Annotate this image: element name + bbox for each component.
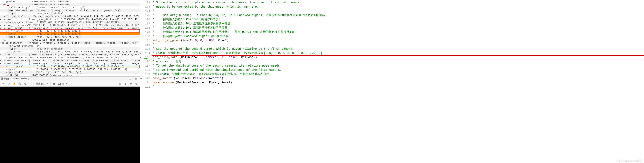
tree-row[interactable]: ▸'init_pose'[0.16374, -0.00249094, 0.024… — [0, 65, 140, 68]
zoom-level[interactable]: 100 % — [57, 83, 65, 85]
hand-icon[interactable]: ✋ — [12, 82, 17, 86]
tree-row[interactable]: ▸'init_params'['area_scan_division', 0.0… — [0, 50, 140, 53]
expand-icon[interactable]: ▸ — [0, 62, 2, 65]
tree-row[interactable]: ▸'init_params'['area_scan_division', 0.0… — [0, 15, 140, 18]
tree-value: ['transx', 'transy', 'transz', 'alpha', … — [27, 42, 140, 44]
tree-row[interactable]: 'calib_settings'['focus', 'kappa', 'sx',… — [0, 6, 140, 9]
expand-icon[interactable]: ▸ — [6, 56, 8, 59]
tree-row[interactable]: ▸'params_covariances'[1.09918e-11, -1.04… — [0, 24, 140, 27]
line-number: 181 — [143, 39, 152, 42]
code-line[interactable]: 174* — [140, 9, 644, 13]
expand-icon[interactable]: ▸ — [4, 15, 5, 18]
expand-icon[interactable]: ▸ — [0, 27, 2, 30]
expand-icon[interactable]: ▾ — [2, 74, 4, 77]
pen-icon[interactable]: ✎ — [1, 82, 6, 86]
tree-row[interactable]: 'excluded_settings'['transx', 'transy', … — [0, 9, 140, 12]
tree-row[interactable]: ▸'params_labels'['camera_type', 'focus',… — [0, 62, 140, 65]
code-line[interactable]: 178* 控制输入参数3: DY: 沿着世界坐标Y轴的平移量; — [140, 26, 644, 30]
tree-row[interactable]: ▸'pose_labels'['tx', 'ty', 'tz', 'a', 'b… — [0, 35, 140, 38]
expand-icon[interactable]: ▸ — [6, 65, 8, 68]
expand-icon[interactable]: ▸ — [6, 30, 8, 33]
grid-icon[interactable]: ▦ — [51, 82, 56, 86]
zoom-icon[interactable]: 🔍 — [17, 82, 22, 86]
tool-icon-1[interactable]: ◉ — [118, 82, 122, 86]
expand-icon[interactable]: ▸ — [2, 0, 4, 3]
code-line[interactable]: 183* Get the pose of the second camera w… — [140, 47, 644, 51]
tool-icon-4[interactable]: ⊘ — [134, 82, 139, 86]
tree-row[interactable]: ▸'general'H20991885B0 (data_container) — [0, 0, 140, 3]
graphics-toolbar: ✎ ⬀ ✋ 🔍 ⊕ ⛶ 适应窗口 ▾ ▦ 100 % ▾ ◉ ⧉ ↻ ⊘ — [0, 81, 140, 87]
graphics-viewport[interactable] — [0, 87, 140, 163]
expand-icon[interactable]: ▾ — [2, 3, 4, 6]
zoom-dropdown[interactable]: ▾ — [66, 82, 68, 85]
code-line[interactable]: 176* 控制输入参数1: PoseIn: 原始的3D位姿; — [140, 17, 644, 22]
tree-row[interactable]: ▸'pose'[0.120934, 0.000521373, 0.0126327… — [0, 68, 140, 71]
code-text: * — [152, 9, 644, 13]
tool-icon-2[interactable]: ⧉ — [123, 82, 128, 86]
tree-row[interactable]: 'type''area_scan_division' — [0, 47, 140, 50]
tree-row[interactable]: 'excluded_settings''sy' — [0, 44, 140, 47]
code-text: * 控制输入参数2: DX: 沿着世界坐标的X轴的平移量; — [152, 22, 644, 26]
expand-icon[interactable]: ▸ — [6, 71, 8, 74]
status-icon-1[interactable]: ◫ — [128, 76, 132, 81]
code-line[interactable]: 181set_origin_pose (Pose1, 0, 0, 0.004, … — [140, 38, 644, 43]
code-line[interactable]: ⇒190pose_invert (RelPose2, RelPose2Inver… — [140, 76, 644, 80]
expand-icon[interactable]: ▸ — [6, 33, 8, 35]
code-line[interactable]: 186*relative 相对 — [140, 59, 644, 64]
code-line[interactable]: 177* 控制输入参数2: DX: 沿着世界坐标的X轴的平移量; — [140, 22, 644, 26]
tree-row[interactable]: 'calib_settings'['transx', 'transy', 'tr… — [0, 41, 140, 44]
code-text: * — [152, 43, 644, 46]
tree-row[interactable]: ▸'params'['area_scan_division', 0.009080… — [0, 53, 140, 56]
tree-row[interactable]: 'type''area_scan_division' — [0, 12, 140, 15]
code-line[interactable]: 180* 控制输出参数: PoseNewOrigin: 输出新的位姿。 — [140, 34, 644, 38]
tree-row[interactable]: ▸'params_deviations'[3.31539e-06, 2.5906… — [0, 21, 140, 24]
pointer-icon[interactable]: ⬀ — [6, 82, 11, 86]
tree-value: [0.120934, 0.000521373, 0.0126327, 0.165… — [35, 68, 127, 71]
expand-icon[interactable]: ▾ — [2, 39, 4, 41]
code-line[interactable]: 182* — [140, 43, 644, 47]
code-line[interactable]: 187* To get the absolute pose of the sec… — [140, 64, 644, 68]
tool-icon-3[interactable]: ↻ — [128, 82, 134, 86]
expand-icon[interactable]: ▸ — [6, 68, 8, 71]
tree-row[interactable]: ▸'pose'[0.0, 0.0, 0.0, 0.0, 0.0, 0.0, 0] — [0, 33, 140, 35]
tree-row[interactable]: ▾1H20991840E0 (data_container) — [0, 38, 140, 41]
expand-icon[interactable]: ▸ — [4, 50, 5, 53]
status-icon-2[interactable]: ⊞ — [134, 76, 138, 81]
expand-icon[interactable]: ▸ — [0, 18, 2, 21]
code-line[interactable]: 192* — [140, 85, 644, 89]
expand-icon[interactable]: ▸ — [0, 53, 2, 56]
crosshair-icon[interactable]: ⊕ — [23, 82, 28, 86]
tree-row[interactable]: ▾0H20991884D0 (data_container) — [0, 3, 140, 6]
tree-value: ['tx', 'ty', 'tz', 'a', 'b', 'g'] — [35, 36, 82, 38]
tree-row[interactable]: ▸'params_deviations'[3.45948e-06, 3.0229… — [0, 56, 140, 59]
fit-dropdown[interactable]: ▾ — [46, 82, 50, 85]
line-number: 180 — [143, 35, 152, 38]
code-line[interactable]: 175* set_origin_pose( : : PoseIn, DX, DY… — [140, 13, 644, 17]
variable-tree[interactable]: ▸'general'H20991885B0 (data_container)▾0… — [0, 0, 140, 76]
expand-icon[interactable]: ▸ — [0, 24, 2, 27]
code-line[interactable]: 179* 控制输入参数4: DZ: 沿着世界坐标Z轴的平移量; 高度 0.004… — [140, 30, 644, 34]
code-line[interactable]: 172* Since the calibration plate has a c… — [140, 1, 644, 5]
tree-row[interactable]: ▸'pose_labels'['tx', 'ty', 'tz', 'a', 'b… — [0, 71, 140, 74]
tree-key: 1 — [4, 39, 32, 41]
tree-row[interactable]: ▸'params_labels'['camera_type', 'focus',… — [0, 27, 140, 30]
code-line[interactable]: 173* needs to be corrected by the thickn… — [140, 5, 644, 9]
fit-window-label[interactable]: 适应窗口 — [35, 82, 46, 85]
code-line[interactable]: 191pose_compose (RelPose2Inverted, Pose1… — [140, 80, 644, 85]
code-line[interactable]: 188* to be inverted and combined with th… — [140, 68, 644, 72]
code-editor[interactable]: 172* Since the calibration plate has a c… — [140, 0, 644, 163]
expand-icon[interactable]: ▸ — [0, 59, 2, 62]
expand-icon[interactable]: ▸ — [6, 36, 8, 38]
tree-row[interactable]: ▸'init_pose'[0.0, 0.0, 0.0, 0.0, 0.0, 0.… — [0, 30, 140, 33]
line-number: 172 — [143, 1, 152, 4]
tree-key: 'excluded_settings' — [8, 44, 35, 47]
code-line[interactable]: ▸185get_calib_data (CalibDataID, 'camera… — [140, 55, 644, 59]
tree-row[interactable]: ▸'params_covariances'[1.1968e-11, -1.232… — [0, 59, 140, 62]
code-line[interactable]: ▸184* 获得第二个相机相对于第一个相机姿态RelPose2 . 因为此时第一… — [140, 51, 644, 55]
tree-row[interactable]: ▸'params'['area_scan_division', 0.009081… — [0, 18, 140, 21]
tree-row[interactable]: ▾'calib_obj'H20991885190 (data_container… — [0, 74, 140, 76]
code-text: * to be inverted and combined with the a… — [152, 68, 644, 72]
fit-window-icon[interactable]: ⛶ — [30, 82, 35, 86]
code-line[interactable]: 189*为了获得第二个相机的绝对姿态，需要将其相对姿态反转并与第一个相机的绝对姿… — [140, 72, 644, 76]
expand-icon[interactable]: ▸ — [6, 21, 8, 24]
